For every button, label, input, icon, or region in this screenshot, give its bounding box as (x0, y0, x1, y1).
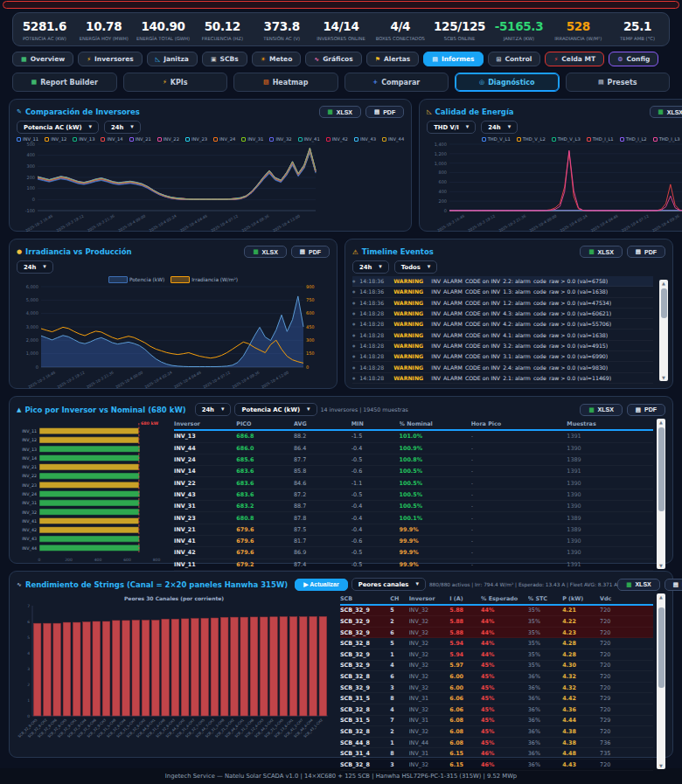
legend-item[interactable]: INV_31 (241, 136, 263, 142)
xlsx-export-button[interactable]: ▦XLSX (580, 404, 622, 416)
xlsx-export-button[interactable]: ▦XLSX (319, 106, 361, 118)
table-row[interactable]: SCB_32_83INV_326.1546%36%4.43720 (340, 760, 653, 771)
tab-janitza[interactable]: ◺Janitza (147, 52, 198, 66)
tab-config[interactable]: ⚙Config (609, 52, 658, 66)
event-row[interactable]: ●14:18:28WARNINGINV_ALARM_CODE on INV_4.… (352, 319, 653, 330)
table-row[interactable]: SCB_32_86INV_326.0045%36%4.32720 (340, 671, 653, 683)
table-row[interactable]: SCB_31_58INV_316.0645%36%4.42729 (340, 693, 653, 704)
table-row[interactable]: INV_11679.287.4-0.599.9%-1391 (174, 559, 653, 571)
legend-item[interactable]: Irradiancia (W/m²) (170, 276, 238, 283)
scroll-thumb[interactable] (661, 288, 667, 318)
subtab-comparar[interactable]: +Comparar (344, 73, 449, 92)
table-row[interactable]: INV_41679.681.7-0.699.9%-1390 (174, 536, 653, 547)
table-row[interactable]: INV_14683.685.8-0.6100.5%-1391 (174, 466, 653, 477)
range-select[interactable]: 24h▾ (195, 403, 232, 416)
subtab-presets[interactable]: ▤Presets (566, 73, 671, 92)
event-filter-select[interactable]: Todos▾ (394, 260, 438, 274)
range-select[interactable]: 24h▾ (104, 121, 141, 134)
scroll-up-icon[interactable]: ▲ (659, 419, 663, 426)
xlsx-export-button[interactable]: ▦XLSX (650, 106, 682, 118)
legend-item[interactable]: THD_I_L1 (587, 136, 614, 142)
event-row[interactable]: ●14:18:36WARNINGINV_ALARM_CODE on INV_1.… (352, 287, 653, 297)
pdf-export-button[interactable]: ▤PDF (365, 106, 404, 118)
subtab-heatmap[interactable]: ▨Heatmap (233, 73, 338, 92)
table-row[interactable]: SCB_32_91INV_325.9444%35%4.28720 (340, 649, 653, 661)
legend-item[interactable]: INV_12 (45, 136, 66, 142)
pico-table-scrollbar[interactable]: ▲ ▼ (657, 419, 665, 569)
events-scrollbar[interactable]: ▲ ▼ (659, 280, 668, 381)
table-row[interactable]: INV_44686.086.4-0.4100.9%-1390 (174, 443, 653, 454)
table-row[interactable]: SCB_32_92INV_325.8844%35%4.22720 (340, 616, 653, 628)
range-select[interactable]: 24h▾ (17, 260, 53, 274)
tab-scbs[interactable]: ▣SCBs (202, 52, 247, 66)
legend-item[interactable]: THD_V_L3 (552, 136, 581, 142)
event-row[interactable]: ●14:18:28WARNINGINV_ALARM_CODE on INV_4.… (352, 309, 653, 319)
metric-select[interactable]: Potencia AC (kW)▾ (17, 121, 99, 134)
tab-alertas[interactable]: ⚑Alertas (366, 52, 420, 66)
pdf-export-button[interactable]: ▤PDF (665, 579, 682, 591)
scroll-up-icon[interactable]: ▲ (659, 593, 663, 600)
tab-celda-mt[interactable]: ⚡Celda MT (545, 52, 604, 66)
table-row[interactable]: INV_22683.684.6-1.1100.5%-1390 (174, 477, 653, 489)
tab-informes[interactable]: ▤Informes (423, 52, 483, 66)
tab-meteo[interactable]: ☀Meteo (252, 52, 302, 66)
table-row[interactable]: INV_13686.888.2-1.5101.0%-1391 (174, 431, 653, 442)
legend-item[interactable]: INV_23 (185, 136, 207, 142)
scroll-up-icon[interactable]: ▲ (662, 280, 665, 287)
scroll-down-icon[interactable]: ▼ (662, 374, 665, 381)
table-row[interactable]: INV_42679.686.9-0.599.9%-1390 (174, 547, 653, 559)
peores-canales-select[interactable]: Peores canales▾ (351, 578, 426, 591)
table-row[interactable]: SCB_32_93INV_326.0045%36%4.32720 (340, 683, 653, 694)
subtab-report-builder[interactable]: ▦Report Builder (12, 73, 117, 92)
scroll-track[interactable] (657, 600, 665, 762)
pdf-export-button[interactable]: ▤PDF (291, 246, 330, 258)
tab-overview[interactable]: ▦Overview (12, 52, 73, 66)
pdf-export-button[interactable]: ▤PDF (627, 246, 665, 258)
table-row[interactable]: INV_31683.288.7-0.4100.5%-1390 (174, 501, 653, 512)
event-row[interactable]: ●14:18:36WARNINGINV_ALARM_CODE on INV_2.… (352, 276, 653, 287)
event-row[interactable]: ●14:18:28WARNINGINV_ALARM_CODE on INV_4.… (352, 330, 653, 340)
tab-inversores[interactable]: ⚡Inversores (78, 52, 143, 66)
table-row[interactable]: SCB_32_94INV_325.9745%35%4.30720 (340, 661, 653, 672)
legend-item[interactable]: INV_24 (213, 136, 235, 142)
table-row[interactable]: SCB_32_95INV_325.8844%35%4.21720 (340, 606, 653, 617)
subtab-diagnóstico[interactable]: ◎Diagnóstico (455, 73, 560, 92)
tab-gráficos[interactable]: ∿Gráficos (305, 52, 361, 66)
scroll-track[interactable] (657, 426, 665, 562)
subtab-kpis[interactable]: ⚡KPIs (123, 73, 228, 92)
legend-item[interactable]: THD_I_L2 (620, 136, 647, 142)
event-row[interactable]: ●14:18:20INFOINV_ALARM_CODE on INV_2.2 r… (352, 384, 653, 385)
legend-item[interactable]: INV_14 (101, 136, 122, 142)
legend-item[interactable]: INV_41 (298, 136, 320, 142)
table-row[interactable]: SCB_32_96INV_325.8844%35%4.23720 (340, 628, 653, 639)
scroll-track[interactable] (659, 287, 668, 374)
table-row[interactable]: SCB_31_57INV_316.0845%36%4.44729 (340, 716, 653, 727)
legend-item[interactable]: Potencia (kW) (108, 276, 164, 283)
event-row[interactable]: ●14:18:36WARNINGINV_ALARM_CODE on INV_1.… (352, 298, 653, 309)
table-row[interactable]: INV_23680.887.8-0.4100.1%-1389 (174, 512, 653, 524)
scroll-thumb[interactable] (658, 427, 665, 511)
xlsx-export-button[interactable]: ▦XLSX (244, 246, 286, 258)
legend-item[interactable]: INV_42 (326, 136, 348, 142)
strings-table-scrollbar[interactable]: ▲ ▼ (657, 593, 665, 769)
table-row[interactable]: SCB_32_85INV_325.9444%35%4.28720 (340, 638, 653, 649)
event-row[interactable]: ●14:18:28WARNINGINV_ALARM_CODE on INV_2.… (352, 362, 653, 372)
legend-item[interactable]: THD_V_L1 (482, 136, 511, 142)
legend-item[interactable]: INV_22 (157, 136, 179, 142)
table-row[interactable]: SCB_32_82INV_326.0845%36%4.38720 (340, 726, 653, 738)
table-row[interactable]: INV_43683.687.2-0.5100.5%-1390 (174, 489, 653, 501)
legend-item[interactable]: INV_32 (269, 136, 291, 142)
table-row[interactable]: SCB_44_81INV_446.0845%36%4.38736 (340, 738, 653, 749)
table-row[interactable]: INV_21679.687.5-0.499.9%-1389 (174, 524, 653, 536)
legend-item[interactable]: INV_43 (354, 136, 376, 142)
legend-item[interactable]: INV_13 (73, 136, 94, 142)
scroll-down-icon[interactable]: ▼ (659, 562, 663, 569)
range-select[interactable]: 24h▾ (481, 121, 518, 134)
tab-control[interactable]: ⊞Control (488, 52, 541, 66)
range-select[interactable]: 24h▾ (352, 260, 389, 274)
legend-item[interactable]: INV_44 (382, 136, 404, 142)
table-row[interactable]: SCB_31_48INV_316.1546%36%4.48735 (340, 748, 653, 760)
event-row[interactable]: ●14:18:28WARNINGINV_ALARM_CODE on INV_3.… (352, 341, 653, 351)
event-row[interactable]: ●14:18:28WARNINGINV_ALARM_CODE on INV_3.… (352, 351, 653, 362)
table-row[interactable]: SCB_32_84INV_326.0645%36%4.36720 (340, 704, 653, 716)
